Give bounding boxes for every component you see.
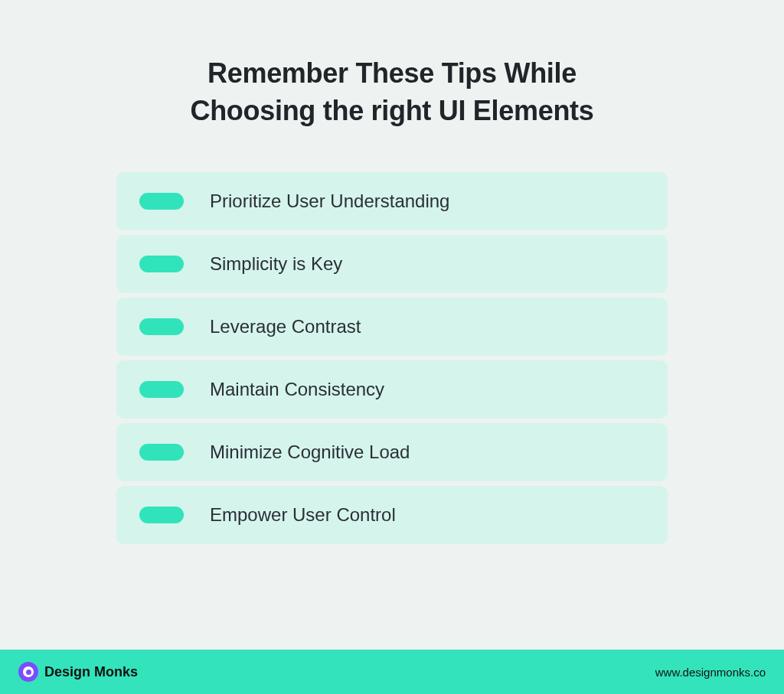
footer-brand: Design Monks — [18, 662, 138, 682]
tip-label: Minimize Cognitive Load — [210, 441, 410, 463]
tip-row: Maintain Consistency — [116, 360, 668, 419]
tip-label: Empower User Control — [210, 504, 396, 526]
tip-label: Maintain Consistency — [210, 379, 384, 400]
bullet-pill-icon — [139, 381, 184, 398]
brand-logo-icon — [18, 662, 38, 682]
footer-url: www.designmonks.co — [655, 666, 766, 679]
tip-label: Simplicity is Key — [210, 253, 342, 275]
heading-line-2: Choosing the right UI Elements — [190, 95, 593, 126]
tips-list: Prioritize User Understanding Simplicity… — [116, 172, 668, 544]
tip-row: Simplicity is Key — [116, 235, 668, 293]
tip-label: Prioritize User Understanding — [210, 191, 449, 212]
tip-row: Leverage Contrast — [116, 298, 668, 356]
bullet-pill-icon — [139, 193, 184, 210]
heading-line-1: Remember These Tips While — [207, 57, 577, 89]
tip-row: Empower User Control — [116, 486, 668, 544]
bullet-pill-icon — [139, 318, 184, 335]
bullet-pill-icon — [139, 256, 184, 272]
tip-row: Prioritize User Understanding — [116, 172, 668, 230]
tip-label: Leverage Contrast — [210, 316, 361, 337]
brand-name: Design Monks — [44, 664, 138, 680]
page-title: Remember These Tips While Choosing the r… — [0, 0, 784, 129]
bullet-pill-icon — [139, 507, 184, 523]
bullet-pill-icon — [139, 444, 184, 461]
tip-row: Minimize Cognitive Load — [116, 423, 668, 481]
footer-bar: Design Monks www.designmonks.co — [0, 650, 784, 694]
